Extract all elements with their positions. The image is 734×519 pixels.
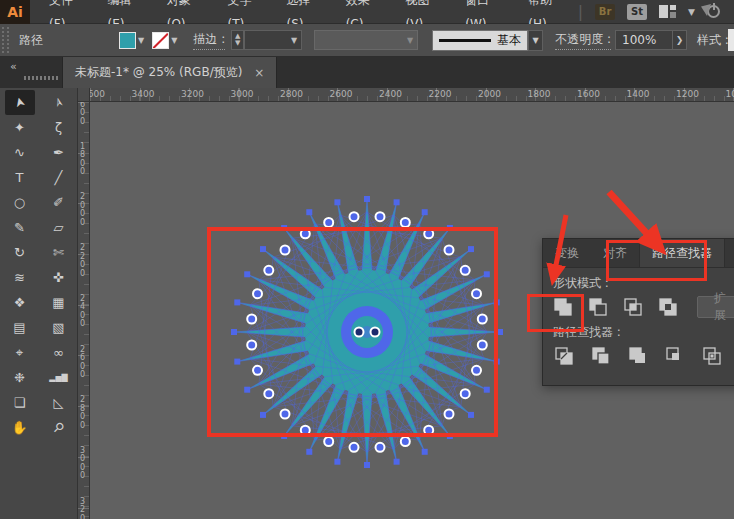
pencil-tool-icon: ✎ xyxy=(14,220,25,235)
curvature-tool[interactable]: ∿ xyxy=(5,140,35,165)
stroke-chevron-icon[interactable]: ▼ xyxy=(171,36,177,45)
intersect-button[interactable] xyxy=(623,296,643,318)
tools-panel-grip[interactable] xyxy=(24,76,58,80)
fill-chevron-icon[interactable]: ▼ xyxy=(138,36,144,45)
perspective-grid-tool[interactable]: ▦ xyxy=(44,290,74,315)
stroke-weight-stepper[interactable]: ▲▼ xyxy=(231,30,244,50)
sync-power-icon[interactable] xyxy=(707,5,720,18)
selection-tool[interactable]: ➤ xyxy=(5,90,35,115)
anchor-point xyxy=(260,246,266,252)
column-graph-tool-icon: ▂▅▇ xyxy=(49,373,67,382)
anchor-point xyxy=(281,433,287,439)
slice-tool-icon: ◺ xyxy=(54,395,64,410)
stroke-weight-label[interactable]: 描边 : xyxy=(193,31,225,50)
document-tab[interactable]: 未标题-1* @ 25% (RGB/预览) × xyxy=(62,57,277,88)
puppet-warp-tool[interactable]: ✜ xyxy=(44,265,74,290)
tools-panel: ➤➢✦ζ∿✒T╱○✐✎▱↻✄≋✜❖▦▤▧⌖∞❉▂▅▇❏◺✋⚲ ⇄ xyxy=(0,88,78,519)
magic-wand-tool[interactable]: ✦ xyxy=(5,115,35,140)
hruler-label: 1200 xyxy=(676,89,699,99)
zoom-tool-icon: ⚲ xyxy=(50,419,67,436)
ring-anchor xyxy=(445,410,454,419)
opacity-label[interactable]: 不透明度 : xyxy=(555,31,611,50)
tab-pathfinder[interactable]: 路径查找器 xyxy=(639,239,725,267)
rotate-tool[interactable]: ↻ xyxy=(5,240,35,265)
ring-anchor xyxy=(301,229,310,238)
ruler-origin-corner[interactable] xyxy=(78,88,90,102)
symbol-sprayer-tool[interactable]: ❉ xyxy=(5,365,35,390)
scissors-tool[interactable]: ✄ xyxy=(44,240,74,265)
fill-color-swatch[interactable] xyxy=(119,32,136,49)
mesh-tool[interactable]: ▤ xyxy=(5,315,35,340)
stroke-color-swatch[interactable] xyxy=(152,32,169,49)
crop-button[interactable] xyxy=(664,345,686,367)
anchor-point xyxy=(244,271,250,277)
minus-front-button[interactable] xyxy=(588,296,608,318)
width-profile-select: ▼ xyxy=(314,30,418,50)
eyedropper-tool-icon: ⌖ xyxy=(16,345,23,361)
hruler-label: 3600 xyxy=(90,89,105,99)
merge-button[interactable] xyxy=(627,345,649,367)
brush-chevron-icon[interactable]: ▼ xyxy=(528,30,543,51)
vruler-label: 3 2 0 0 xyxy=(80,498,85,519)
direct-selection-tool[interactable]: ➢ xyxy=(44,90,74,115)
gradient-tool[interactable]: ▧ xyxy=(44,315,74,340)
anchor-point xyxy=(494,299,500,305)
ring-anchor xyxy=(324,218,333,227)
tab-transform[interactable]: 变换 xyxy=(543,239,591,267)
brush-definition[interactable]: 基本 xyxy=(432,30,528,51)
stock-icon[interactable]: St xyxy=(627,4,647,20)
outline-button[interactable] xyxy=(701,345,723,367)
width-tool[interactable]: ≋ xyxy=(5,265,35,290)
eyedropper-tool[interactable]: ⌖ xyxy=(5,340,35,365)
ring-anchor xyxy=(281,246,290,255)
shape-mode-buttons: 扩展 xyxy=(553,296,734,318)
eraser-tool[interactable]: ▱ xyxy=(44,215,74,240)
horizontal-ruler[interactable]: 3600340032003000280026002400220020001800… xyxy=(90,88,734,102)
hruler-label: 1400 xyxy=(627,89,650,99)
unite-button[interactable] xyxy=(553,296,573,318)
tab-align[interactable]: 对齐 xyxy=(591,239,639,267)
opacity-input[interactable]: 100% xyxy=(615,30,673,50)
bridge-icon[interactable]: Br xyxy=(595,4,615,20)
collapse-panel-button[interactable]: « xyxy=(10,60,15,73)
type-tool[interactable]: T xyxy=(5,165,35,190)
ring-anchor xyxy=(472,289,481,298)
vertical-ruler[interactable]: 1 6 0 01 8 0 02 0 0 02 2 0 02 4 0 02 6 0… xyxy=(78,102,90,519)
exclude-button[interactable] xyxy=(658,296,678,318)
width-tool-icon: ≋ xyxy=(14,270,25,285)
vruler-label: 2 6 0 0 xyxy=(80,346,85,380)
selection-tool-icon: ➤ xyxy=(11,95,28,109)
shape-builder-tool[interactable]: ❖ xyxy=(5,290,35,315)
divide-button[interactable] xyxy=(553,345,575,367)
shape-modes-label: 形状模式 : xyxy=(553,275,734,292)
close-tab-icon[interactable]: × xyxy=(254,66,264,80)
anchor-point xyxy=(244,387,250,393)
puppet-warp-tool-icon: ✜ xyxy=(53,270,64,285)
ring-anchor xyxy=(461,266,470,275)
workspace-switcher-icon[interactable] xyxy=(659,5,676,18)
blend-tool[interactable]: ∞ xyxy=(44,340,74,365)
hand-tool[interactable]: ✋ xyxy=(5,415,35,440)
slice-tool[interactable]: ◺ xyxy=(44,390,74,415)
stroke-weight-select[interactable]: ▼ xyxy=(244,30,302,50)
column-graph-tool[interactable]: ▂▅▇ xyxy=(44,365,74,390)
lasso-tool[interactable]: ζ xyxy=(44,115,74,140)
scissors-tool-icon: ✄ xyxy=(53,245,64,260)
paintbrush-tool[interactable]: ✐ xyxy=(44,190,74,215)
zoom-tool[interactable]: ⚲ xyxy=(44,415,74,440)
opacity-next-icon[interactable]: ❯ xyxy=(673,30,687,50)
ring-anchor xyxy=(401,437,410,446)
artboard-tool[interactable]: ❏ xyxy=(5,390,35,415)
hruler-label: 2600 xyxy=(330,89,353,99)
line-segment-tool[interactable]: ╱ xyxy=(44,165,74,190)
control-bar-grip[interactable] xyxy=(2,27,9,53)
ring-anchor xyxy=(253,289,262,298)
ring-anchor xyxy=(350,212,359,221)
chevron-down-icon[interactable]: ▼ xyxy=(688,7,695,17)
trim-button[interactable] xyxy=(590,345,612,367)
pen-tool[interactable]: ✒ xyxy=(44,140,74,165)
pencil-tool[interactable]: ✎ xyxy=(5,215,35,240)
ellipse-tool[interactable]: ○ xyxy=(5,190,35,215)
ring-anchor xyxy=(324,437,333,446)
line-segment-tool-icon: ╱ xyxy=(55,170,63,185)
